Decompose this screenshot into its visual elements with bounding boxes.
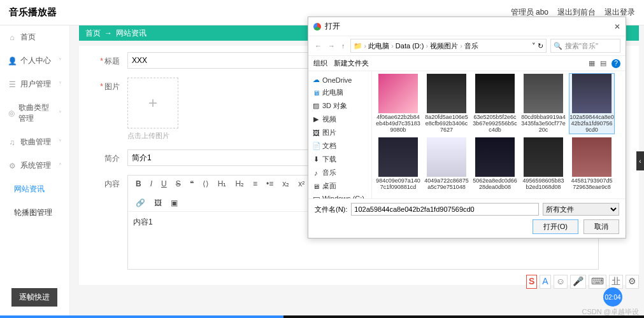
sidebar-item-carousel[interactable]: 轮播图管理 [0,201,69,225]
help-icon[interactable]: ? [612,59,620,68]
file-item-selected[interactable]: 102a59844ca8e042b2fa1fd907569cd0 [569,74,614,134]
ime-emoji-button[interactable]: ☺ [554,275,568,289]
file-item[interactable]: 8a20fd5ae106e5e8cfb692b3406c7627 [424,74,469,134]
doc-icon: 📄 [312,142,320,150]
h1-button[interactable]: H₁ [215,178,229,190]
link-button[interactable]: 🔗 [133,197,148,209]
folder-tree: ☁OneDrive 🖥此电脑 ▨3D 对象 ▶视频 🖼图片 📄文档 ⬇下载 ♪音… [308,71,372,198]
filename-input[interactable] [351,203,539,216]
tree-music[interactable]: ♪音乐 [310,166,370,179]
image-insert-button[interactable]: 🖼 [152,197,164,209]
strike-button[interactable]: S [173,178,183,190]
chevron-up-icon: ˄ [59,162,62,169]
file-item[interactable]: 63e5205b5f2e6c3b67e992556b5cc4db [473,74,517,134]
refresh-icon[interactable]: ↻ [538,42,543,50]
timer-badge[interactable]: 02:04 [603,287,622,307]
h2-button[interactable]: H₂ [233,178,247,190]
quote-button[interactable]: ❝ [187,178,196,190]
tree-3d[interactable]: ▨3D 对象 [310,99,370,113]
view-icons-button[interactable]: ▦ [589,59,595,68]
sogou-icon[interactable]: S [526,275,537,289]
ime-chinese-button[interactable]: 㐀 [609,275,623,289]
file-item[interactable]: 44581793907d5729638eae9c8 [569,137,614,191]
ime-lang-button[interactable]: A [540,275,550,289]
music-icon: ♪ [312,169,320,177]
new-folder-button[interactable]: 新建文件夹 [334,59,369,68]
nav-back-button[interactable]: ← [313,41,323,51]
sub-button[interactable]: x₂ [280,178,292,190]
ime-toolbar: S A ☺ 🎤 ⌨ 㐀 ⚙ [526,275,639,289]
ul-button[interactable]: •≡ [264,178,276,190]
dialog-toolbar: 组织 新建文件夹 ▦ ▤ ? [308,56,626,71]
file-item[interactable]: 80cd9bba9919a43435fa3e50cf77e20c [521,74,566,134]
nav-fwd-button[interactable]: → [327,41,336,51]
file-item[interactable]: 984c09e097a1407c1f090881cd [376,137,420,191]
sidebar: ⌂首页 👤个人中心˅ ☰用户管理˅ ◎歌曲类型管理˅ ♫歌曲管理˅ ⚙系统管理˄… [0,25,70,318]
label-image: *图片 [90,78,120,92]
cube-icon: ▨ [312,102,320,110]
chevron-down-icon: ˅ [59,110,62,117]
ime-mic-button[interactable]: 🎤 [570,275,586,289]
desktop-icon: 🖥 [312,183,320,190]
cancel-button[interactable]: 取消 [583,219,619,234]
ol-button[interactable]: ≡ [250,178,260,190]
picture-icon: 🖼 [312,129,320,137]
underline-button[interactable]: U [159,178,169,190]
organize-button[interactable]: 组织 [313,59,327,68]
file-item[interactable]: 4f06ae622b2b84eb4b49d7c351839080b [376,74,420,134]
search-input[interactable]: 🔍 搜索"音乐" [550,39,620,53]
code-button[interactable]: ⟨⟩ [200,178,211,190]
view-list-button[interactable]: ▤ [600,59,606,68]
bold-button[interactable]: B [133,178,144,190]
video-button[interactable]: ▣ [168,197,180,209]
sidebar-item-home[interactable]: ⌂首页 [0,25,69,49]
path-crumb[interactable]: 📁 ›此电脑 ›Data (D:) ›视频图片 ›音乐 ˅ ↻ [350,39,547,53]
file-open-dialog: 打开 ✕ ← → ↑ 📁 ›此电脑 ›Data (D:) ›视频图片 ›音乐 ˅… [308,17,626,238]
file-item[interactable]: 5062ea8edc0d6628dea0db08 [473,137,517,191]
tree-documents[interactable]: 📄文档 [310,139,370,153]
breadcrumb-sep: → [104,29,112,38]
breadcrumb-home[interactable]: 首页 [85,28,101,39]
dialog-bottom: 文件名(N): 所有文件 打开(O) 取消 [308,198,626,238]
tree-winc[interactable]: 🖴Windows (C:) [310,193,370,198]
tree-video[interactable]: ▶视频 [310,113,370,126]
download-icon: ⬇ [312,155,320,163]
sidebar-item-songmgmt[interactable]: ♫歌曲管理˅ [0,130,69,154]
file-grid: 4f06ae622b2b84eb4b49d7c351839080b 8a20fd… [372,71,626,198]
file-item[interactable]: 4049a722c86875a5c79e751048 [424,137,469,191]
tag-icon: ◎ [8,109,15,118]
ime-keyboard-button[interactable]: ⌨ [589,275,606,289]
filetype-select[interactable]: 所有文件 [543,203,619,216]
close-button[interactable]: ✕ [614,22,620,31]
tree-onedrive[interactable]: ☁OneDrive [310,74,370,86]
sidebar-item-sysmgmt[interactable]: ⚙系统管理˄ [0,154,69,177]
folder-icon: 📁 [354,42,362,50]
italic-button[interactable]: I [148,178,155,190]
sidebar-item-profile[interactable]: 👤个人中心˅ [0,49,69,73]
tree-thispc[interactable]: 🖥此电脑 [310,86,370,99]
chevron-down-icon[interactable]: ˅ [532,42,536,50]
right-drawer-handle[interactable]: ‹ [636,151,644,170]
sup-button[interactable]: x² [296,178,307,190]
video-icon: ▶ [312,115,320,123]
app-title: 音乐播放器 [9,6,57,18]
music-icon: ♫ [8,138,17,147]
ime-settings-button[interactable]: ⚙ [626,275,639,289]
cloud-icon: ☁ [312,76,320,84]
sidebar-item-songtype[interactable]: ◎歌曲类型管理˅ [0,96,69,130]
file-item[interactable]: 4956598605b83b2ed1068d08 [521,137,566,191]
nav-up-button[interactable]: ↑ [340,41,347,51]
dialog-pathbar: ← → ↑ 📁 ›此电脑 ›Data (D:) ›视频图片 ›音乐 ˅ ↻ 🔍 … [308,36,626,56]
video-progress-bar[interactable] [0,315,644,318]
tree-pictures[interactable]: 🖼图片 [310,126,370,139]
users-icon: ☰ [8,80,17,89]
image-upload-box[interactable]: + [127,78,178,128]
home-icon: ⌂ [8,33,17,42]
sidebar-item-sitenews[interactable]: 网站资讯 [0,177,69,201]
chrome-icon [313,23,321,31]
sidebar-item-usermgmt[interactable]: ☰用户管理˅ [0,73,69,96]
tree-downloads[interactable]: ⬇下载 [310,153,370,166]
frame-forward-button[interactable]: 逐帧快进 [11,288,57,307]
tree-desktop[interactable]: 🖥桌面 [310,179,370,193]
open-button[interactable]: 打开(O) [533,219,578,234]
